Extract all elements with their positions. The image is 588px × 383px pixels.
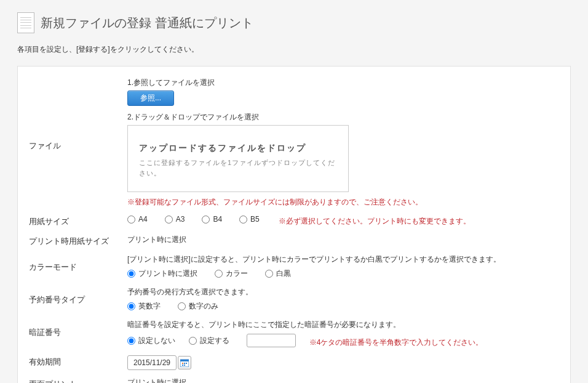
label-expiry: 有効期間 — [29, 355, 127, 368]
radio-a3[interactable]: A3 — [165, 215, 185, 224]
label-reservation-type: 予約番号タイプ — [29, 287, 127, 305]
file-note: ※登録可能なファイル形式、ファイルサイズには制限がありますので、ご注意ください。 — [127, 197, 559, 208]
label-duplex: 両面プリント — [29, 377, 127, 384]
label-print-paper-size: プリント時用紙サイズ — [29, 235, 127, 247]
duplex-value: プリント時に選択 — [127, 378, 186, 384]
radio-res-numeric-label: 数字のみ — [189, 301, 218, 312]
radio-a3-label: A3 — [176, 215, 185, 224]
radio-a4-label: A4 — [138, 215, 148, 224]
svg-rect-6 — [184, 365, 185, 366]
pin-note: ※4ケタの暗証番号を半角数字で入力してください。 — [309, 338, 483, 347]
file-method2-label: 2.ドラッグ＆ドロップでファイルを選択 — [127, 112, 559, 123]
calendar-icon[interactable] — [178, 356, 191, 369]
radio-res-alnum-input[interactable] — [127, 302, 135, 310]
radio-b5-label: B5 — [250, 215, 260, 224]
radio-a3-input[interactable] — [165, 216, 173, 224]
label-color-mode: カラーモード — [29, 254, 127, 273]
radio-b5-input[interactable] — [239, 216, 247, 224]
radio-res-alnum[interactable]: 英数字 — [127, 301, 161, 312]
form-panel: ファイル 1.参照してファイルを選択 参照... 2.ドラッグ＆ドロップでファイ… — [17, 66, 571, 383]
pin-hint: 暗証番号を設定すると、プリント時にここで指定した暗証番号が必要になります。 — [127, 320, 559, 330]
radio-a4-input[interactable] — [127, 216, 135, 224]
radio-pin-yes-label: 設定する — [200, 336, 229, 346]
radio-res-numeric-input[interactable] — [178, 302, 186, 310]
radio-color-bw[interactable]: 白黒 — [265, 268, 291, 279]
radio-b4-label: B4 — [213, 215, 222, 224]
radio-color-atprint[interactable]: プリント時に選択 — [127, 268, 197, 279]
document-icon — [17, 12, 34, 33]
radio-color-bw-input[interactable] — [265, 270, 273, 278]
radio-a4[interactable]: A4 — [127, 215, 148, 224]
page-instruction: 各項目を設定し、[登録する]をクリックしてください。 — [17, 44, 571, 55]
radio-b4[interactable]: B4 — [202, 215, 222, 224]
browse-button[interactable]: 参照... — [127, 91, 174, 106]
radio-pin-no-input[interactable] — [127, 337, 135, 345]
file-drop-area[interactable]: アップロードするファイルをドロップ ここに登録するファイルを1ファイルずつドロッ… — [127, 125, 349, 192]
radio-pin-no[interactable]: 設定しない — [127, 336, 175, 346]
pin-input[interactable] — [247, 334, 296, 347]
svg-rect-4 — [186, 363, 187, 364]
reservation-hint: 予約番号の発行方式を選択できます。 — [127, 287, 559, 297]
page-title: 新規ファイルの登録 普通紙にプリント — [41, 15, 253, 31]
radio-res-numeric[interactable]: 数字のみ — [178, 301, 218, 312]
radio-pin-yes[interactable]: 設定する — [189, 336, 229, 346]
svg-rect-1 — [180, 360, 189, 361]
label-pin: 暗証番号 — [29, 320, 127, 338]
svg-rect-2 — [182, 363, 183, 364]
expiry-date-input[interactable] — [127, 355, 177, 370]
radio-color-color-input[interactable] — [215, 270, 223, 278]
drop-subtitle: ここに登録するファイルを1ファイルずつドロップしてください。 — [139, 158, 337, 178]
file-method1-label: 1.参照してファイルを選択 — [127, 78, 559, 88]
radio-color-color-label: カラー — [226, 268, 248, 279]
svg-rect-3 — [184, 363, 185, 364]
radio-color-atprint-input[interactable] — [127, 270, 135, 278]
drop-title: アップロードするファイルをドロップ — [139, 143, 337, 154]
radio-color-bw-label: 白黒 — [276, 268, 291, 279]
paper-size-note: ※必ず選択してください。プリント時にも変更できます。 — [279, 217, 471, 225]
radio-color-color[interactable]: カラー — [215, 268, 248, 279]
color-mode-hint: [プリント時に選択]に設定すると、プリント時にカラーでプリントするか白黒でプリン… — [127, 254, 559, 265]
radio-b4-input[interactable] — [202, 216, 210, 224]
radio-pin-no-label: 設定しない — [138, 336, 175, 346]
label-paper-size: 用紙サイズ — [29, 215, 127, 227]
radio-b5[interactable]: B5 — [239, 215, 260, 224]
radio-res-alnum-label: 英数字 — [138, 301, 161, 312]
label-file: ファイル — [29, 78, 127, 151]
svg-rect-5 — [182, 365, 183, 366]
print-paper-size-value: プリント時に選択 — [127, 235, 186, 244]
radio-pin-yes-input[interactable] — [189, 337, 197, 345]
radio-color-atprint-label: プリント時に選択 — [138, 268, 197, 279]
